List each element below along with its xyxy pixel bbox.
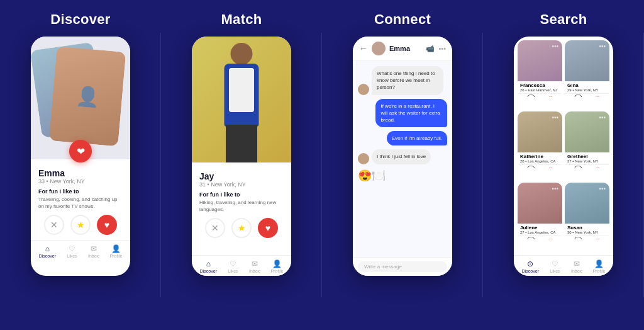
card-6-heart-icon[interactable]: ♥: [596, 237, 600, 239]
card-3-heart-icon[interactable]: ♥: [549, 166, 553, 168]
chat-messages: What's one thing I need to know before w…: [353, 61, 452, 257]
nav-profile[interactable]: 👤 Profile: [109, 244, 122, 258]
card-5-meta: 27 • Los Angeles, CA: [520, 230, 560, 234]
search-card-3: ••• Katherine 28 • Los Angeles, CA 💬 ♥: [518, 111, 562, 168]
match-home-icon: ⌂: [206, 259, 211, 268]
search-phone: ••• Francesca 26 • East Hanover, NJ 💬 ♥ …: [514, 37, 613, 276]
nav-discover-label: Discover: [39, 254, 56, 258]
card-6-meta: 30 • New York, NY: [567, 230, 607, 234]
inbox-icon: ✉: [91, 244, 97, 253]
card-1-dots[interactable]: •••: [552, 43, 558, 50]
search-card-5: ••• Juliene 27 • Los Angeles, CA 💬 ♥: [518, 183, 562, 239]
card-5-chat-icon[interactable]: 💬: [527, 237, 535, 239]
card-1-heart-icon[interactable]: ♥: [549, 94, 553, 97]
search-section: Search ••• Francesca 26 • East Hanover, …: [483, 0, 644, 330]
card-6-actions: 💬 ♥: [565, 236, 609, 239]
match-profile-meta: 31 • New York, NY: [199, 181, 284, 188]
sender-avatar-2: [358, 153, 369, 164]
search-nav-likes[interactable]: ♡ Likes: [550, 259, 560, 273]
match-nav-profile[interactable]: 👤 Profile: [270, 259, 283, 273]
match-like-button[interactable]: ♥: [258, 218, 278, 238]
match-likes-icon: ♡: [230, 259, 236, 268]
nav-likes-label: Likes: [67, 254, 77, 258]
profile-description: Traveling, cooking, and catching up on m…: [38, 196, 123, 210]
card-1-actions: 💬 ♥: [518, 93, 562, 97]
search-inbox-icon: ✉: [574, 259, 580, 268]
match-nav-inbox-label: Inbox: [249, 269, 260, 273]
nav-likes[interactable]: ♡ Likes: [67, 244, 77, 258]
profile-section-label: For fun I like to: [38, 188, 123, 195]
discover-phone: 👤 👤 ❤ Emma 33 • New York, NY For fun I l…: [31, 37, 130, 276]
match-phone: Jay 31 • New York, NY For fun I like to …: [192, 37, 291, 276]
card-2-heart-icon[interactable]: ♥: [596, 94, 600, 97]
match-section: Match Jay 31 • New York, NY For fun I li…: [161, 0, 322, 330]
card-6-dots[interactable]: •••: [599, 185, 606, 192]
superlike-button[interactable]: ★: [70, 215, 91, 235]
match-nav-likes[interactable]: ♡ Likes: [228, 259, 238, 273]
search-title: Search: [540, 11, 587, 28]
card-2-chat-icon[interactable]: 💬: [574, 94, 582, 97]
card-3-actions: 💬 ♥: [518, 164, 562, 168]
card-6-photo: •••: [565, 183, 609, 224]
video-icon[interactable]: 📹: [426, 45, 435, 53]
card-1-name: Francesca: [520, 82, 560, 88]
match-profile-info: Jay 31 • New York, NY For fun I like to …: [192, 162, 291, 255]
profile-icon: 👤: [111, 244, 121, 253]
card-3-name: Katherine: [520, 154, 560, 159]
card-4-name: Gretheel: [567, 154, 607, 159]
search-nav-inbox[interactable]: ✉ Inbox: [571, 259, 582, 273]
card-2-dots[interactable]: •••: [599, 43, 606, 50]
person-shirt: [229, 68, 254, 112]
card-5-heart-icon[interactable]: ♥: [549, 237, 553, 239]
search-home-icon: ⊙: [527, 259, 533, 268]
card-4-heart-icon[interactable]: ♥: [596, 166, 600, 168]
person-head: [231, 43, 253, 65]
card-4-meta: 27 • New York, NY: [567, 159, 607, 163]
message-4: I think I just fell in love: [372, 149, 431, 164]
search-nav-discover[interactable]: ⊙ Discover: [522, 259, 539, 273]
more-icon[interactable]: •••: [438, 45, 446, 53]
nav-discover[interactable]: ⌂ Discover: [39, 244, 56, 258]
chat-input-field[interactable]: Write a message: [358, 261, 447, 272]
search-card-2: ••• Gina 29 • New York, NY 💬 ♥: [565, 40, 609, 97]
search-nav-profile[interactable]: 👤 Profile: [592, 259, 605, 273]
card-3-meta: 28 • Los Angeles, CA: [520, 159, 560, 163]
match-title: Match: [221, 11, 262, 28]
nav-inbox[interactable]: ✉ Inbox: [88, 244, 99, 258]
message-1-wrapper: What's one thing I need to know before w…: [358, 66, 447, 95]
card-1-meta: 26 • East Hanover, NJ: [520, 88, 560, 92]
card-3-chat-icon[interactable]: 💬: [527, 166, 535, 168]
heart-button[interactable]: ❤: [69, 140, 92, 162]
match-nav-discover[interactable]: ⌂ Discover: [200, 259, 217, 273]
search-card-4: ••• Gretheel 27 • New York, NY 💬 ♥: [565, 111, 609, 168]
card-5-dots[interactable]: •••: [552, 185, 558, 192]
like-button[interactable]: ♥: [97, 215, 117, 235]
person-legs: [226, 125, 257, 162]
message-2: If we're in a restaurant, I will ask the…: [375, 99, 447, 128]
dislike-button[interactable]: ✕: [44, 215, 64, 235]
card-6-info: Susan 30 • New York, NY: [565, 224, 609, 236]
card-2-name: Gina: [567, 82, 607, 88]
card-4-actions: 💬 ♥: [565, 164, 609, 168]
card-6-chat-icon[interactable]: 💬: [574, 237, 582, 239]
search-nav-likes-label: Likes: [550, 269, 560, 273]
match-dislike-button[interactable]: ✕: [205, 218, 225, 238]
match-nav-discover-label: Discover: [200, 269, 217, 273]
match-superlike-button[interactable]: ★: [231, 218, 252, 238]
action-buttons: ✕ ★ ♥: [38, 215, 123, 235]
person-figure: [213, 40, 270, 162]
match-nav-inbox[interactable]: ✉ Inbox: [249, 259, 260, 273]
match-nav-profile-label: Profile: [270, 269, 283, 273]
card-4-chat-icon[interactable]: 💬: [574, 166, 582, 168]
card-4-dots[interactable]: •••: [599, 114, 606, 121]
match-bottom-nav: ⌂ Discover ♡ Likes ✉ Inbox 👤 Profile: [192, 255, 291, 276]
match-action-buttons: ✕ ★ ♥: [199, 218, 284, 238]
card-1-chat-icon[interactable]: 💬: [527, 94, 535, 97]
match-section-label: For fun I like to: [199, 191, 284, 198]
search-likes-icon: ♡: [552, 259, 558, 268]
profile-name: Emma: [38, 168, 123, 178]
discover-title: Discover: [50, 11, 110, 28]
message-3: Even if I'm already full.: [387, 131, 447, 145]
card-3-dots[interactable]: •••: [552, 114, 558, 121]
back-arrow-icon[interactable]: ←: [359, 43, 368, 54]
